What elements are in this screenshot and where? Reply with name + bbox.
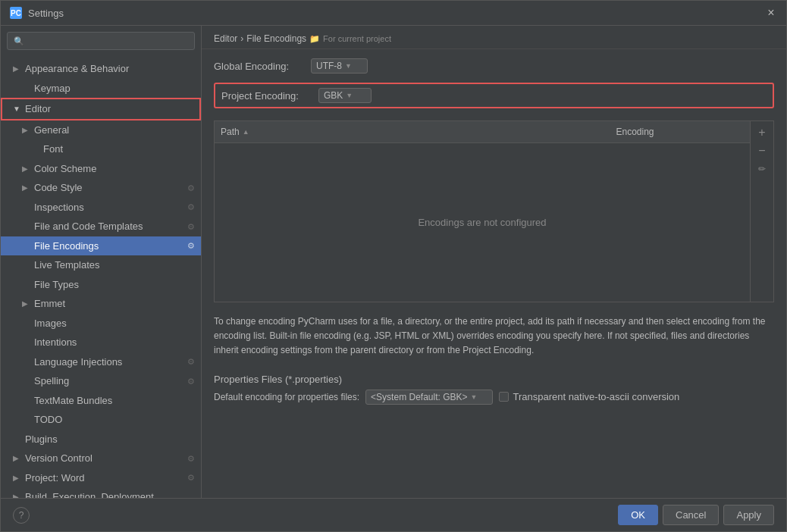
sidebar-item-inspections[interactable]: ▶ Inspections ⚙: [1, 198, 201, 217]
add-row-button[interactable]: +: [754, 124, 770, 141]
sidebar-item-filecodetemplates[interactable]: ▶ File and Code Templates ⚙: [1, 217, 201, 236]
expand-arrow: ▶: [13, 472, 22, 483]
sidebar-item-colorscheme[interactable]: ▶ Color Scheme: [1, 159, 201, 179]
properties-encoding-dropdown[interactable]: <System Default: GBK> ▼: [365, 390, 493, 405]
sidebar-item-spelling[interactable]: ▶ Spelling ⚙: [1, 371, 201, 391]
sidebar: 🔍 ▶ Appearance & Behavior ▶ Keymap ▼ Edi…: [1, 26, 202, 498]
sidebar-item-label: TextMate Bundles: [34, 393, 112, 408]
bottom-bar: ? OK Cancel Apply: [1, 498, 786, 531]
sidebar-item-label: File Encodings: [34, 239, 99, 254]
sidebar-item-font[interactable]: ▶ Font: [1, 139, 201, 159]
expand-arrow: ▶: [13, 491, 22, 498]
close-button[interactable]: ×: [765, 7, 777, 19]
sidebar-item-fileencodings[interactable]: ▶ File Encodings ⚙: [1, 236, 201, 256]
sidebar-item-label: Spelling: [34, 374, 69, 389]
ok-button[interactable]: OK: [618, 505, 658, 525]
help-button[interactable]: ?: [13, 507, 30, 524]
settings-icon: ⚙: [187, 471, 195, 484]
transparent-label: Transparent native-to-ascii conversion: [513, 391, 679, 402]
sidebar-item-codestyle[interactable]: ▶ Code Style ⚙: [1, 178, 201, 198]
settings-tree: ▶ Appearance & Behavior ▶ Keymap ▼ Edito…: [1, 56, 201, 498]
table-main: Path Encoding Encodings are not configur…: [215, 121, 750, 302]
project-encoding-value: GBK: [324, 90, 343, 101]
encoding-table: Path Encoding Encodings are not configur…: [214, 120, 774, 302]
title-bar-left: PC Settings: [10, 7, 64, 19]
path-column-header[interactable]: Path: [215, 124, 610, 139]
project-tag: For current project: [323, 34, 391, 43]
settings-window: PC Settings × 🔍 ▶ Appearance & Behavior …: [0, 0, 787, 532]
table-actions: + − ✏: [750, 121, 773, 302]
sidebar-item-label: Keymap: [34, 81, 71, 96]
sidebar-item-todo[interactable]: ▶ TODO: [1, 410, 201, 430]
breadcrumb: Editor › File Encodings 📁 For current pr…: [202, 26, 786, 49]
sidebar-item-label: Images: [34, 316, 67, 331]
settings-icon: ⚙: [187, 221, 195, 233]
sidebar-item-filetypes[interactable]: ▶ File Types: [1, 275, 201, 295]
sidebar-item-emmet[interactable]: ▶ Emmet: [1, 294, 201, 314]
sidebar-item-images[interactable]: ▶ Images: [1, 314, 201, 333]
sidebar-item-buildexecution[interactable]: ▶ Build, Execution, Deployment: [1, 487, 201, 498]
project-encoding-box: Project Encoding: GBK ▼: [214, 83, 774, 108]
sidebar-item-label: Font: [43, 142, 63, 157]
encoding-column-header[interactable]: Encoding: [610, 124, 751, 139]
dropdown-arrow-icon: ▼: [345, 62, 352, 70]
search-input[interactable]: [29, 36, 188, 46]
sidebar-item-label: Project: Word: [25, 471, 85, 486]
sidebar-item-intentions[interactable]: ▶ Intentions: [1, 333, 201, 352]
sidebar-item-label: Editor: [25, 102, 51, 117]
expand-arrow: ▶: [22, 182, 31, 193]
title-bar: PC Settings ×: [1, 1, 786, 26]
sidebar-item-plugins[interactable]: ▶ Plugins: [1, 430, 201, 449]
transparent-checkbox[interactable]: [499, 392, 509, 402]
breadcrumb-current: File Encodings: [246, 33, 306, 44]
breadcrumb-editor: Editor: [214, 33, 237, 44]
remove-row-button[interactable]: −: [754, 142, 770, 159]
sidebar-item-label: General: [34, 123, 69, 138]
sidebar-item-textmatebundles[interactable]: ▶ TextMate Bundles: [1, 391, 201, 411]
apply-button[interactable]: Apply: [723, 505, 774, 525]
sidebar-item-label: Language Injections: [34, 355, 122, 370]
expand-arrow: ▶: [22, 163, 31, 174]
empty-message: Encodings are not configured: [418, 217, 546, 228]
transparent-checkbox-label[interactable]: Transparent native-to-ascii conversion: [499, 391, 679, 402]
sidebar-item-general[interactable]: ▶ General: [1, 120, 201, 140]
expand-arrow: ▶: [13, 63, 22, 74]
project-encoding-dropdown[interactable]: GBK ▼: [318, 88, 372, 103]
sidebar-item-label: Code Style: [34, 180, 83, 196]
project-encoding-label: Project Encoding:: [221, 90, 312, 102]
properties-encoding-value: <System Default: GBK>: [371, 392, 467, 402]
file-encodings-content: Global Encoding: UTF-8 ▼ Project Encodin…: [202, 49, 786, 498]
search-box[interactable]: 🔍: [7, 32, 195, 50]
search-icon: 🔍: [14, 36, 24, 46]
edit-row-button[interactable]: ✏: [754, 161, 770, 177]
sidebar-item-label: Plugins: [25, 432, 58, 447]
sidebar-item-label: Emmet: [34, 296, 65, 311]
expand-arrow: ▶: [22, 298, 31, 309]
sidebar-item-livetemplates[interactable]: ▶ Live Templates: [1, 255, 201, 275]
sidebar-item-label: Version Control: [25, 451, 92, 466]
cancel-button[interactable]: Cancel: [663, 505, 719, 525]
sidebar-item-label: File and Code Templates: [34, 219, 143, 234]
sidebar-item-versioncontrol[interactable]: ▶ Version Control ⚙: [1, 449, 201, 468]
path-header-label: Path: [221, 127, 240, 137]
dropdown-arrow-icon: ▼: [471, 393, 478, 401]
table-header: Path Encoding: [215, 121, 750, 143]
sidebar-item-label: Inspections: [34, 200, 84, 215]
settings-icon: ⚙: [187, 239, 195, 252]
global-encoding-dropdown[interactable]: UTF-8 ▼: [311, 58, 368, 74]
app-icon: PC: [10, 7, 22, 19]
main-panel: Editor › File Encodings 📁 For current pr…: [202, 26, 786, 498]
sidebar-item-keymap[interactable]: ▶ Keymap: [1, 79, 201, 99]
sidebar-item-label: TODO: [34, 412, 62, 427]
sidebar-item-label: Color Scheme: [34, 161, 96, 177]
sidebar-item-projectword[interactable]: ▶ Project: Word ⚙: [1, 468, 201, 488]
main-content: 🔍 ▶ Appearance & Behavior ▶ Keymap ▼ Edi…: [1, 26, 786, 498]
settings-icon: ⚙: [187, 375, 195, 388]
sidebar-item-editor[interactable]: ▼ Editor: [1, 98, 201, 120]
global-encoding-row: Global Encoding: UTF-8 ▼: [214, 58, 774, 74]
global-encoding-value: UTF-8: [316, 61, 342, 71]
sidebar-item-languageinjections[interactable]: ▶ Language Injections ⚙: [1, 352, 201, 372]
settings-icon: ⚙: [187, 182, 195, 195]
sidebar-item-appearance[interactable]: ▶ Appearance & Behavior: [1, 59, 201, 79]
sidebar-item-label: Build, Execution, Deployment: [25, 490, 154, 498]
